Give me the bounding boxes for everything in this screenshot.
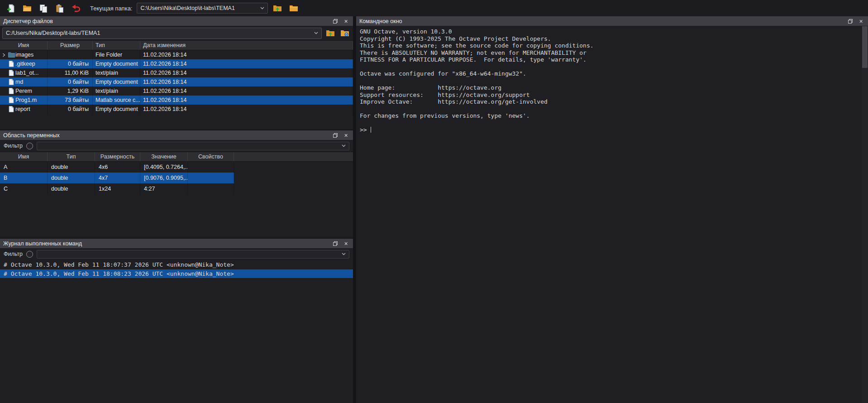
variable-row[interactable]: Cdouble1x244:27 — [0, 183, 234, 194]
column-header-name[interactable]: Имя — [0, 41, 48, 50]
variable-dims-cell: 4x7 — [95, 173, 140, 183]
command-prompt-line[interactable]: >> — [360, 126, 858, 134]
current-folder-label: Текущая папка: — [90, 5, 132, 12]
file-date-cell: 11.02.2026 18:14 — [140, 68, 353, 77]
panel-title: Командное окно — [359, 18, 843, 24]
filter-checkbox[interactable] — [26, 251, 33, 258]
file-name-label: report — [15, 106, 30, 112]
close-button[interactable]: × — [342, 132, 350, 139]
new-script-button[interactable] — [4, 2, 18, 14]
file-type-cell: File Folder — [93, 50, 140, 59]
current-folder-path: C:\Users\Nika\Desktop\it-labs\TEMA1 — [140, 5, 258, 11]
file-date-cell: 11.02.2026 18:14 — [140, 105, 353, 114]
scrollbar-thumb[interactable] — [862, 26, 868, 68]
folder-actions-button[interactable] — [339, 28, 351, 39]
close-icon: × — [344, 240, 348, 247]
file-size-cell: 0 байты — [48, 59, 93, 68]
file-row[interactable]: .gitkeep0 байтыEmpty document11.02.2026 … — [0, 59, 353, 68]
paste-button[interactable] — [53, 2, 67, 14]
file-name-label: .gitkeep — [15, 61, 35, 67]
close-icon: × — [859, 18, 863, 24]
column-header-type[interactable]: Тип — [48, 152, 95, 161]
file-path-combo[interactable]: C:/Users/Nika/Desktop/it-labs/TEMA1 — [2, 28, 322, 39]
folder-up-icon — [273, 4, 282, 12]
file-row[interactable]: md0 байтыEmpty document11.02.2026 18:14 — [0, 77, 353, 86]
file-type-cell: Empty document — [93, 59, 140, 68]
undock-icon — [333, 19, 338, 24]
chevron-down-icon — [260, 7, 264, 10]
paste-icon — [56, 4, 64, 13]
file-row[interactable]: imagesFile Folder11.02.2026 18:14 — [0, 50, 353, 59]
undock-icon — [848, 19, 853, 24]
variable-type-cell: double — [48, 173, 95, 183]
variable-value-cell: 4:27 — [140, 183, 188, 194]
file-size-cell: 11,00 KiB — [48, 68, 93, 77]
column-header-value[interactable]: Значение — [140, 152, 188, 161]
file-name-cell: Perem — [0, 86, 48, 96]
filter-checkbox[interactable] — [26, 143, 33, 149]
file-browser-titlebar[interactable]: Диспетчер файлов × — [0, 16, 353, 26]
file-row[interactable]: Perem1,29 KiBtext/plain11.02.2026 18:14 — [0, 86, 353, 96]
variable-value-cell: [0.4095, 0.7264,... — [140, 162, 188, 173]
file-name-label: lab1_ot... — [15, 70, 38, 76]
history-line[interactable]: # Octave 10.3.0, Wed Feb 11 18:07:37 202… — [0, 260, 353, 269]
history-list: # Octave 10.3.0, Wed Feb 11 18:07:37 202… — [0, 260, 353, 403]
undock-button[interactable] — [846, 18, 854, 24]
file-date-cell: 11.02.2026 18:14 — [140, 59, 353, 68]
open-button[interactable] — [20, 2, 34, 14]
file-name-label: md — [15, 79, 23, 85]
history-filter-bar: Фильтр — [0, 248, 353, 260]
undo-button[interactable] — [69, 2, 83, 14]
expand-arrow-icon[interactable] — [0, 53, 7, 57]
folder-up-icon — [326, 29, 335, 37]
folder-up-button[interactable] — [271, 2, 284, 14]
file-type-cell: text/plain — [93, 86, 140, 96]
variable-name-cell: B — [0, 173, 48, 183]
column-header-name[interactable]: Имя — [0, 152, 48, 161]
close-button[interactable]: × — [342, 18, 350, 24]
folder-icon — [7, 52, 15, 58]
chevron-down-icon — [342, 144, 346, 147]
file-name-cell: lab1_ot... — [0, 68, 48, 77]
command-history-titlebar[interactable]: Журнал выполненных команд × — [0, 239, 353, 248]
panel-title: Журнал выполненных команд — [3, 240, 328, 247]
command-window-scrollbar[interactable] — [862, 26, 868, 403]
close-icon: × — [344, 132, 348, 139]
undock-button[interactable] — [331, 18, 339, 24]
variable-name-cell: A — [0, 162, 48, 173]
copy-button[interactable] — [37, 2, 50, 14]
folder-icon — [289, 4, 298, 12]
close-button[interactable]: × — [857, 18, 865, 24]
variable-row[interactable]: Bdouble4x7[0.9076, 0.9095,... — [0, 173, 234, 183]
file-icon — [7, 88, 15, 94]
column-header-attribute[interactable]: Свойство — [188, 152, 234, 161]
workspace-titlebar[interactable]: Область переменных × — [0, 130, 353, 140]
undock-button[interactable] — [331, 132, 339, 139]
filter-combo[interactable] — [37, 250, 349, 259]
browse-folder-button[interactable] — [287, 2, 300, 14]
command-window-body[interactable]: GNU Octave, version 10.3.0 Copyright (C)… — [356, 26, 868, 403]
variable-type-cell: double — [48, 162, 95, 173]
column-header-date[interactable]: Дата изменения — [140, 41, 353, 50]
file-row[interactable]: Prog1.m73 байтыMatlab source c...11.02.2… — [0, 96, 353, 105]
file-name-label: Prog1.m — [15, 97, 37, 103]
undock-button[interactable] — [331, 240, 339, 247]
file-name-cell: report — [0, 105, 48, 114]
file-size-cell: 73 байты — [48, 96, 93, 105]
variable-attr-cell — [188, 173, 234, 183]
file-row[interactable]: report0 байтыEmpty document11.02.2026 18… — [0, 105, 353, 114]
folder-up-button[interactable] — [324, 28, 336, 39]
file-table-body: imagesFile Folder11.02.2026 18:14.gitkee… — [0, 50, 353, 130]
history-line[interactable]: # Octave 10.3.0, Wed Feb 11 18:08:23 202… — [0, 269, 353, 278]
column-header-size[interactable]: Размер — [48, 41, 93, 50]
file-row[interactable]: lab1_ot...11,00 KiBtext/plain11.02.2026 … — [0, 68, 353, 77]
close-button[interactable]: × — [342, 240, 350, 247]
current-folder-combo[interactable]: C:\Users\Nika\Desktop\it-labs\TEMA1 — [137, 3, 268, 14]
column-header-type[interactable]: Тип — [93, 41, 140, 50]
filter-combo[interactable] — [37, 142, 349, 150]
column-header-dimension[interactable]: Размерность — [95, 152, 140, 161]
file-icon — [7, 70, 15, 76]
command-window-titlebar[interactable]: Командное окно × — [356, 16, 868, 26]
variable-row[interactable]: Adouble4x6[0.4095, 0.7264,... — [0, 162, 234, 173]
file-date-cell: 11.02.2026 18:14 — [140, 86, 353, 96]
